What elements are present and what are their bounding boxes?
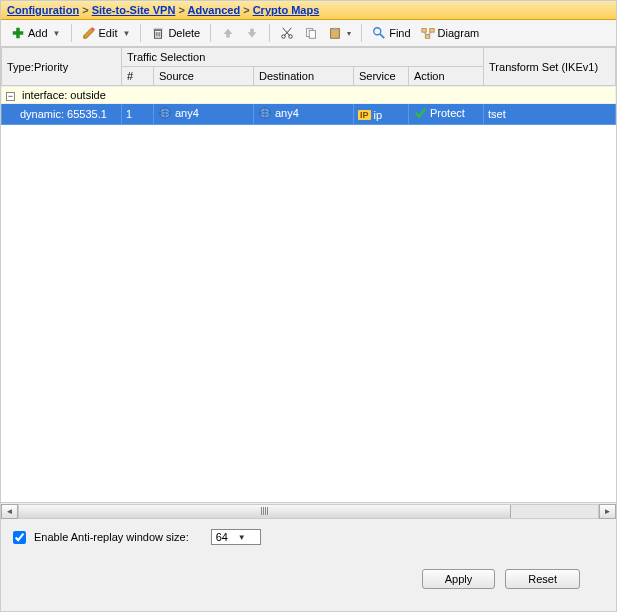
breadcrumb-advanced[interactable]: Advanced [188, 4, 241, 16]
col-destination[interactable]: Destination [254, 67, 354, 86]
footer: Enable Anti-replay window size: 64 ▼ App… [1, 519, 616, 599]
table-row[interactable]: dynamic: 65535.1 1 any4 any4 [2, 104, 616, 125]
anti-replay-value: 64 [216, 531, 228, 543]
copy-icon [304, 26, 318, 40]
svg-rect-1 [13, 31, 24, 35]
scissors-icon [280, 26, 294, 40]
delete-button[interactable]: Delete [147, 24, 204, 42]
cell-transform: tset [484, 104, 616, 125]
cell-source: any4 [154, 104, 254, 125]
ip-badge-icon: IP [358, 110, 371, 120]
cut-button[interactable] [276, 24, 298, 42]
scroll-thumb[interactable] [19, 505, 511, 518]
breadcrumb-sep: > [243, 4, 252, 16]
col-service[interactable]: Service [354, 67, 409, 86]
find-label: Find [389, 27, 410, 39]
trash-icon [151, 26, 165, 40]
cell-destination: any4 [254, 104, 354, 125]
svg-rect-3 [154, 29, 163, 31]
magnifier-icon [372, 26, 386, 40]
cell-action: Protect [409, 104, 484, 125]
svg-rect-19 [425, 35, 429, 39]
separator [269, 24, 270, 42]
edit-label: Edit [99, 27, 118, 39]
svg-point-15 [374, 28, 381, 35]
move-up-button[interactable] [217, 24, 239, 42]
col-type-priority[interactable]: Type:Priority [2, 48, 122, 86]
arrow-up-icon [221, 26, 235, 40]
paste-icon [328, 26, 342, 40]
collapse-icon[interactable]: − [6, 92, 15, 101]
anti-replay-label: Enable Anti-replay window size: [34, 531, 189, 543]
cell-type-priority: dynamic: 65535.1 [2, 104, 122, 125]
arrow-down-icon [245, 26, 259, 40]
delete-label: Delete [168, 27, 200, 39]
col-transform-set[interactable]: Transform Set (IKEv1) [484, 48, 616, 86]
svg-rect-18 [429, 29, 433, 33]
col-traffic-selection[interactable]: Traffic Selection [122, 48, 484, 67]
breadcrumb-sep: > [178, 4, 187, 16]
col-action[interactable]: Action [409, 67, 484, 86]
check-icon [413, 106, 427, 120]
separator [71, 24, 72, 42]
copy-button[interactable] [300, 24, 322, 42]
anti-replay-checkbox[interactable] [13, 531, 26, 544]
group-label: interface: outside [22, 89, 106, 101]
breadcrumb-crypto-maps[interactable]: Crypto Maps [253, 4, 320, 16]
dropdown-arrow-icon: ▼ [238, 533, 246, 542]
globe-icon [258, 106, 272, 120]
scroll-right-button[interactable]: ► [599, 504, 616, 519]
toolbar: Add ▼ Edit ▼ Delete ▾ Find Diagram [1, 20, 616, 47]
breadcrumb: Configuration > Site-to-Site VPN > Advan… [1, 1, 616, 20]
diagram-icon [421, 26, 435, 40]
scroll-track[interactable] [18, 504, 599, 519]
globe-icon [158, 106, 172, 120]
col-source[interactable]: Source [154, 67, 254, 86]
reset-button[interactable]: Reset [505, 569, 580, 589]
horizontal-scrollbar[interactable]: ◄ ► [1, 502, 616, 519]
breadcrumb-site-to-site-vpn[interactable]: Site-to-Site VPN [92, 4, 176, 16]
separator [140, 24, 141, 42]
svg-rect-17 [421, 29, 425, 33]
breadcrumb-configuration[interactable]: Configuration [7, 4, 79, 16]
svg-line-16 [380, 34, 384, 38]
dropdown-arrow-icon: ▼ [122, 29, 130, 38]
plus-icon [11, 26, 25, 40]
svg-rect-14 [333, 28, 337, 31]
cell-num: 1 [122, 104, 154, 125]
dropdown-arrow-icon: ▾ [347, 29, 351, 38]
separator [210, 24, 211, 42]
crypto-maps-table: Type:Priority Traffic Selection Transfor… [1, 47, 616, 519]
svg-rect-12 [309, 30, 315, 38]
apply-button[interactable]: Apply [422, 569, 496, 589]
col-num[interactable]: # [122, 67, 154, 86]
group-row-interface[interactable]: − interface: outside [2, 87, 616, 104]
paste-button[interactable]: ▾ [324, 24, 355, 42]
cell-service: IP ip [354, 104, 409, 125]
add-label: Add [28, 27, 48, 39]
breadcrumb-sep: > [82, 4, 91, 16]
find-button[interactable]: Find [368, 24, 414, 42]
edit-button[interactable]: Edit ▼ [78, 24, 135, 42]
pencil-icon [82, 26, 96, 40]
add-button[interactable]: Add ▼ [7, 24, 65, 42]
move-down-button[interactable] [241, 24, 263, 42]
scroll-left-button[interactable]: ◄ [1, 504, 18, 519]
diagram-label: Diagram [438, 27, 480, 39]
diagram-button[interactable]: Diagram [417, 24, 484, 42]
separator [361, 24, 362, 42]
dropdown-arrow-icon: ▼ [53, 29, 61, 38]
anti-replay-size-select[interactable]: 64 ▼ [211, 529, 261, 545]
